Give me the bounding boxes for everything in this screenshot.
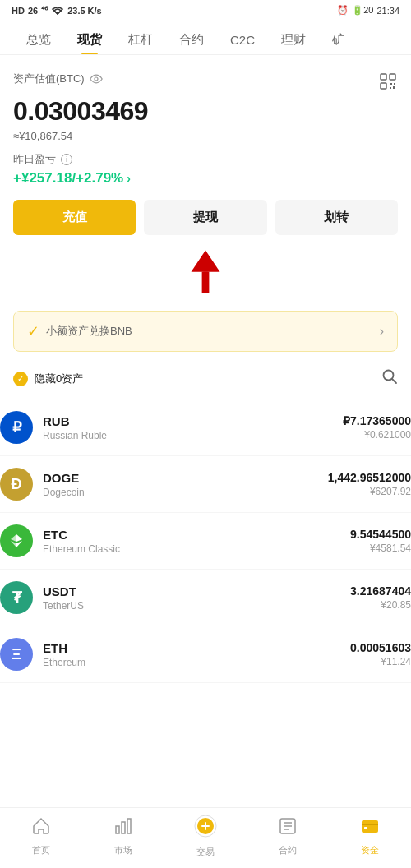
svg-rect-26 [362,820,378,833]
etc-amount: 9.54544500 [350,528,411,541]
svg-rect-18 [122,822,125,833]
bottom-nav: 首页 市场 交易 [0,807,411,868]
market-label: 市场 [114,844,132,856]
eye-icon[interactable] [90,72,103,85]
svg-rect-7 [393,86,395,89]
etc-cny: ¥4581.54 [350,542,411,554]
search-icon[interactable] [381,368,398,389]
nav-item-margin[interactable]: 杠杆 [115,25,166,54]
filter-bar: ✓ 隐藏0资产 [13,368,398,389]
svg-marker-15 [11,541,16,547]
svg-rect-17 [116,826,119,833]
nav-item-spot[interactable]: 现货 [64,25,115,54]
eth-icon: Ξ [0,638,33,671]
pnl-arrow: › [127,172,131,185]
funds-icon [360,816,380,841]
status-hd: HD [12,6,25,16]
usdt-name: TetherUS [43,600,350,612]
filter-left[interactable]: ✓ 隐藏0资产 [13,372,83,386]
home-label: 首页 [32,844,50,856]
asset-header: 资产估值(BTC) [13,72,398,91]
svg-marker-9 [192,250,220,271]
action-buttons: 充值 提现 划转 [13,200,398,235]
svg-rect-1 [381,74,386,80]
eth-name: Ethereum [43,657,350,668]
deposit-button[interactable]: 充值 [13,200,136,235]
futures-label: 合约 [279,844,297,856]
list-item[interactable]: ETC Ethereum Classic 9.54544500 ¥4581.54 [0,513,411,570]
doge-balance: 1,442.96512000 ¥6207.92 [328,471,411,497]
eth-amount: 0.00051603 [350,641,411,654]
info-icon[interactable]: i [61,154,72,165]
pnl-value: +¥257.18/+2.79% › [13,170,398,187]
rub-icon: ₽ [0,411,33,444]
nav-item-c2c[interactable]: C2C [217,26,268,53]
bottom-nav-market[interactable]: 市场 [82,816,164,856]
usdt-symbol: USDT [43,584,350,598]
eth-info: ETH Ethereum [43,641,350,668]
doge-icon: Ð [0,468,33,501]
rub-info: RUB Russian Ruble [43,414,343,441]
list-item[interactable]: Ξ ETH Ethereum 0.00051603 ¥11.24 [0,626,411,683]
nav-item-mining[interactable]: 矿 [319,25,358,54]
trade-label: 交易 [196,846,215,858]
doge-cny: ¥6207.92 [328,486,411,497]
list-item[interactable]: Ð DOGE Dogecoin 1,442.96512000 ¥6207.92 [0,456,411,513]
doge-amount: 1,442.96512000 [328,471,411,484]
svg-line-12 [392,379,396,383]
rub-balance: ₽7.17365000 ¥0.621000 [343,414,411,441]
usdt-amount: 3.21687404 [350,584,411,598]
list-item[interactable]: ₽ RUB Russian Ruble ₽7.17365000 ¥0.62100… [0,399,411,456]
trade-icon [194,815,217,843]
bottom-nav-funds[interactable]: 资金 [329,816,411,856]
status-left: HD 26 ⁴⁶ 23.5 K/s [12,5,102,16]
bnb-icon: ✓ [27,322,39,340]
asset-cny-value: ≈¥10,867.54 [13,130,398,142]
etc-symbol: ETC [43,528,350,542]
rub-name: Russian Ruble [43,430,343,441]
status-bar: HD 26 ⁴⁶ 23.5 K/s ⏰ 🔋20 21:34 [0,0,411,19]
bottom-nav-trade[interactable]: 交易 [164,815,247,858]
svg-rect-10 [203,272,207,293]
svg-rect-3 [381,83,386,89]
transfer-button[interactable]: 划转 [275,200,398,235]
withdraw-button[interactable]: 提现 [144,200,266,235]
svg-rect-27 [362,824,378,825]
nav-item-earn[interactable]: 理财 [268,25,319,54]
rub-amount: ₽7.17365000 [343,414,411,427]
bnb-text: 小额资产兑换BNB [46,324,132,339]
nav-item-futures[interactable]: 合约 [166,25,217,54]
main-content: 资产估值(BTC) 0.03003469 ≈¥10,867.54 昨日盈亏 i … [0,55,411,389]
status-right: ⏰ 🔋20 21:34 [337,5,399,16]
status-signal: 26 [28,6,38,16]
svg-rect-2 [390,74,395,80]
list-item[interactable]: ₮ USDT TetherUS 3.21687404 ¥20.85 [0,570,411,626]
rub-cny: ¥0.621000 [343,429,411,441]
annotation-arrow [13,247,398,304]
svg-point-0 [95,77,98,81]
usdt-icon: ₮ [0,581,33,614]
bottom-nav-home[interactable]: 首页 [0,816,82,856]
pnl-label: 昨日盈亏 [13,152,56,167]
nav-item-overview[interactable]: 总览 [13,25,64,54]
svg-marker-13 [11,534,16,542]
svg-rect-6 [390,87,391,89]
usdt-info: USDT TetherUS [43,584,350,612]
svg-marker-14 [16,534,22,542]
top-nav: 总览 现货 杠杆 合约 C2C 理财 矿 [0,19,411,55]
scan-icon[interactable] [378,72,398,91]
hide-zero-checkbox[interactable]: ✓ [13,372,28,386]
battery-icon: 🔋20 [352,5,373,16]
bnb-banner[interactable]: ✓ 小额资产兑换BNB › [13,311,398,352]
doge-info: DOGE Dogecoin [43,471,328,498]
pnl-section: 昨日盈亏 i [13,152,398,167]
rub-symbol: RUB [43,414,343,428]
etc-icon [0,524,33,557]
alarm-icon: ⏰ [337,5,349,16]
status-speed: 23.5 K/s [67,6,102,16]
futures-icon [278,816,298,841]
bottom-nav-futures[interactable]: 合约 [247,816,329,856]
asset-btc-value: 0.03003469 [13,96,398,127]
usdt-cny: ¥20.85 [350,599,411,611]
svg-marker-16 [16,541,22,547]
